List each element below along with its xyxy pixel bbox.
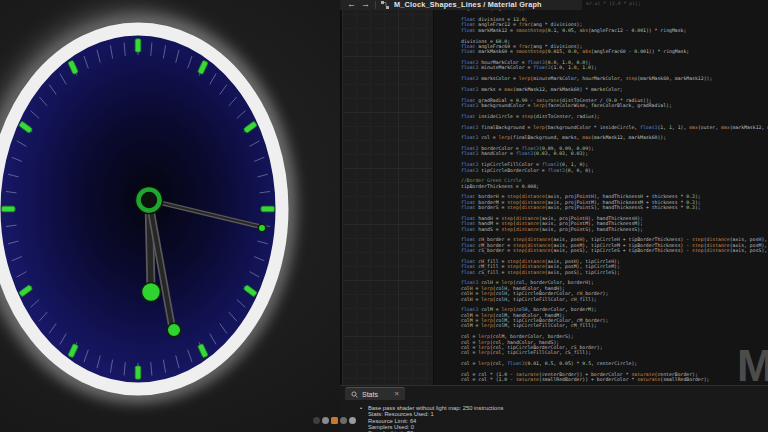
hour-mark xyxy=(135,39,141,52)
clock-preview xyxy=(0,0,345,432)
back-button[interactable]: ← xyxy=(347,0,356,9)
minute-hand-tip xyxy=(167,323,181,337)
hlsl-code-panel[interactable]: ar.x) * (2.0 * pi); ang = frac(ang + 0.5… xyxy=(433,0,768,385)
mini-icons-row xyxy=(313,417,356,424)
toolbar-divider xyxy=(375,1,376,9)
hour-mark xyxy=(135,366,141,379)
code-line: float cS_border = step(distance(axis, po… xyxy=(461,248,768,253)
forward-button[interactable]: → xyxy=(361,0,370,9)
stats-lines: •Base pass shader without light map: 250… xyxy=(340,405,768,432)
tab-stats[interactable]: Stats ✕ xyxy=(345,387,405,400)
graph-icon xyxy=(381,1,389,9)
dot-icon-1[interactable] xyxy=(313,417,320,424)
stats-panel: Stats ✕ •Base pass shader without light … xyxy=(340,385,768,432)
search-icon xyxy=(351,391,358,398)
material-graph-canvas[interactable] xyxy=(340,0,433,385)
clock-center-hub xyxy=(139,190,160,211)
code-line: col = col * (1.0 - saturate(smallRedBord… xyxy=(461,377,768,382)
code-lines: ang = frac(ang + 0.5); float divisions =… xyxy=(461,6,768,382)
dot-icon-4[interactable] xyxy=(340,417,347,424)
dot-icon-2[interactable] xyxy=(322,417,329,424)
second-hand-tip xyxy=(258,224,266,232)
stats-tab-label: Stats xyxy=(362,391,378,398)
material-preview-viewport[interactable] xyxy=(0,0,345,432)
code-line: float3 finalBackground = lerp(background… xyxy=(461,125,768,130)
hour-mark xyxy=(2,206,15,212)
asset-title: M_Clock_Shapes_Lines / Material Graph xyxy=(394,0,542,9)
hour-mark xyxy=(261,206,274,212)
close-icon[interactable]: ✕ xyxy=(394,390,399,398)
orange-swatch-icon[interactable] xyxy=(331,417,338,424)
code-partial-line: ar.x) * (2.0 * pi); xyxy=(586,1,641,6)
toolbar: ← → M_Clock_Shapes_Lines / Material Grap… xyxy=(340,0,582,10)
watermark-letter: M xyxy=(737,344,768,388)
dot-icon-5[interactable] xyxy=(349,417,356,424)
hour-hand-tip xyxy=(142,283,161,302)
